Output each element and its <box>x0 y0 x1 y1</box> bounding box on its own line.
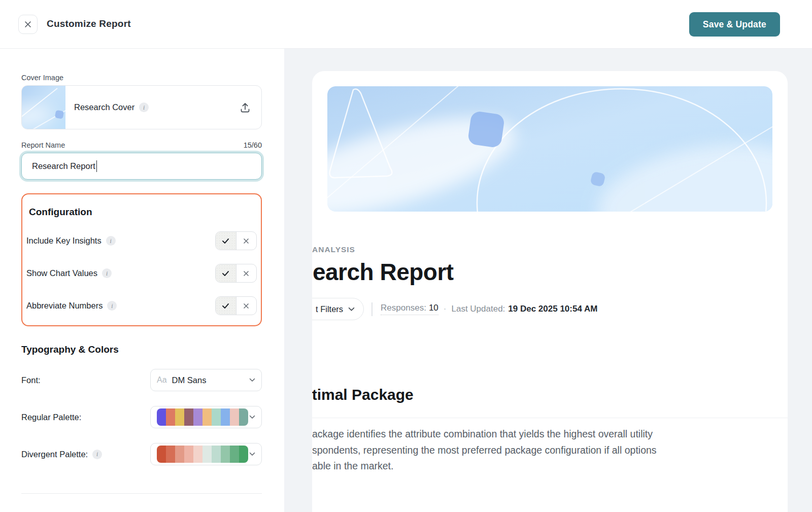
responses-value: 10 <box>429 303 438 313</box>
palette-swatch <box>166 446 175 463</box>
info-icon[interactable]: i <box>107 301 117 311</box>
divergent-palette-select[interactable] <box>150 443 262 465</box>
palette-swatch <box>166 408 175 426</box>
char-counter: 15/60 <box>244 141 262 149</box>
x-icon <box>243 270 249 277</box>
chevron-down-icon <box>249 415 255 419</box>
cover-image-name: Research Cover <box>74 103 134 112</box>
include-key-insights-toggle[interactable] <box>215 231 257 250</box>
font-preview-glyph: Aa <box>157 376 167 385</box>
divergent-palette-swatches <box>157 446 248 463</box>
config-row-abbreviate-numbers: Abbreviate Numbers i <box>26 296 257 315</box>
palette-swatch <box>184 446 193 463</box>
palette-swatch <box>230 408 239 426</box>
chevron-down-icon <box>348 307 355 312</box>
sidebar-divider <box>21 493 262 494</box>
info-icon[interactable]: i <box>102 268 112 278</box>
font-select[interactable]: Aa DM Sans <box>150 369 262 391</box>
abbreviate-numbers-toggle[interactable] <box>215 296 257 315</box>
palette-swatch <box>221 408 230 426</box>
info-icon[interactable]: i <box>92 450 102 459</box>
body-line: spondents, representing the most preferr… <box>312 442 772 459</box>
dot-separator: · <box>444 304 447 314</box>
meta-divider <box>371 302 373 316</box>
page-title: Customize Report <box>47 18 131 29</box>
report-meta-row: t Filters Responses: 10 · Last Updated: … <box>312 298 772 320</box>
report-cover-image <box>327 86 772 212</box>
palette-swatch <box>184 408 193 426</box>
palette-swatch <box>239 446 248 463</box>
last-updated-value: 19 Dec 2025 10:54 AM <box>508 304 597 314</box>
font-value: DM Sans <box>172 376 207 385</box>
upload-cover-button[interactable] <box>239 101 251 114</box>
top-bar: Customize Report Save & Update <box>0 0 812 49</box>
regular-palette-row: Regular Palette: <box>21 406 262 428</box>
check-icon <box>222 270 229 277</box>
x-icon <box>243 238 249 244</box>
divergent-palette-row: Divergent Palette: i <box>21 443 262 465</box>
report-name-label: Report Name <box>21 141 65 149</box>
toggle-check-segment[interactable] <box>216 264 236 282</box>
config-option-label: Abbreviate Numbers i <box>26 301 117 311</box>
show-chart-values-toggle[interactable] <box>215 264 257 283</box>
toggle-x-segment[interactable] <box>236 232 257 250</box>
close-icon <box>24 21 31 28</box>
toggle-check-segment[interactable] <box>216 232 236 250</box>
palette-swatch <box>230 446 239 463</box>
palette-swatch <box>193 408 202 426</box>
section-body: ackage identifies the attribute combinat… <box>312 426 772 474</box>
body-line: able in the market. <box>312 458 772 474</box>
text-caret <box>96 160 97 172</box>
configuration-section: Configuration Include Key Insights i Sho… <box>21 193 262 326</box>
regular-palette-label: Regular Palette: <box>21 413 81 422</box>
chevron-down-icon <box>249 452 255 456</box>
save-update-button[interactable]: Save & Update <box>689 12 780 37</box>
toggle-x-segment[interactable] <box>236 297 257 315</box>
report-name-value: Research Report <box>32 161 95 171</box>
font-label: Font: <box>21 376 41 385</box>
check-icon <box>222 238 229 244</box>
cover-image-card[interactable]: Research Cover i <box>21 85 262 129</box>
x-icon <box>243 303 249 309</box>
responses-stat[interactable]: Responses: 10 <box>381 303 438 315</box>
configuration-title: Configuration <box>26 207 257 218</box>
cover-image-label: Cover Image <box>21 74 262 82</box>
report-page: ANALYSIS Research Report t Filters Respo… <box>312 71 788 512</box>
cover-thumbnail <box>22 86 65 129</box>
info-icon[interactable]: i <box>106 236 116 246</box>
palette-swatch <box>175 408 184 426</box>
palette-swatch <box>193 446 202 463</box>
body-line: ackage identifies the attribute combinat… <box>312 426 772 442</box>
toggle-x-segment[interactable] <box>236 264 257 282</box>
palette-swatch <box>202 408 212 426</box>
font-row: Font: Aa DM Sans <box>21 369 262 391</box>
chevron-down-icon <box>249 378 255 382</box>
report-title: Research Report <box>312 258 772 286</box>
config-row-include-key-insights: Include Key Insights i <box>26 231 257 250</box>
upload-icon <box>239 101 251 114</box>
palette-swatch <box>239 408 248 426</box>
analysis-tag: ANALYSIS <box>312 245 772 254</box>
divergent-palette-label: Divergent Palette: i <box>21 450 102 459</box>
regular-palette-select[interactable] <box>150 406 262 428</box>
toggle-check-segment[interactable] <box>216 297 236 315</box>
cover-info-icon[interactable]: i <box>139 103 149 112</box>
palette-swatch <box>212 446 221 463</box>
palette-swatch <box>157 408 166 426</box>
customize-sidebar: Cover Image Research Cover i Report Name… <box>0 49 284 512</box>
close-button[interactable] <box>18 15 38 34</box>
palette-swatch <box>157 446 166 463</box>
check-icon <box>222 303 229 309</box>
typography-colors-title: Typography & Colors <box>21 344 262 355</box>
last-updated-label: Last Updated: <box>451 304 505 314</box>
palette-swatch <box>175 446 184 463</box>
section-divider <box>312 418 788 418</box>
regular-palette-swatches <box>157 408 248 426</box>
palette-swatch <box>221 446 230 463</box>
filters-button[interactable]: t Filters <box>312 298 364 320</box>
palette-swatch <box>212 408 221 426</box>
config-row-show-chart-values: Show Chart Values i <box>26 264 257 283</box>
palette-swatch <box>202 446 212 463</box>
responses-label: Responses: <box>381 303 426 313</box>
report-name-input[interactable]: Research Report <box>21 153 262 180</box>
